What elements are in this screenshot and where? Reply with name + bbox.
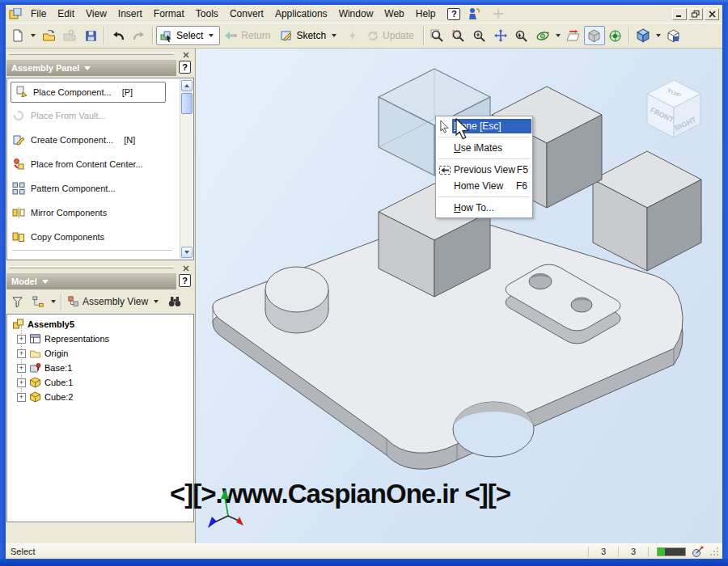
model-panel-help-button[interactable]: ? [179,274,191,287]
select-tool-button[interactable]: Select [156,26,220,45]
new-document-chevron-icon[interactable] [31,34,36,37]
menu-view[interactable]: View [80,6,112,21]
open-button[interactable] [38,26,59,45]
find-button[interactable] [164,292,185,311]
context-menu-use-imates[interactable]: Use iMates [437,140,531,156]
tree-item-cube1[interactable]: + Cube:1 [17,376,73,389]
context-menu-separator [438,158,530,159]
help-icon[interactable]: ? [447,8,460,20]
menu-web[interactable]: Web [379,6,409,21]
select-tool-chevron-icon[interactable] [209,34,214,37]
context-menu-previous-view[interactable]: Previous View F5 [437,162,531,178]
look-at-button[interactable] [563,26,584,45]
context-menu-previous-view-key: F5 [517,164,528,175]
tree-item-base1[interactable]: + Base:1 [17,361,72,374]
zoom-all-button[interactable] [427,26,448,45]
place-component-shortcut: [P] [122,87,133,97]
view-selector[interactable]: Assembly View [65,292,164,311]
assembly-root-icon [12,319,24,330]
context-menu-done[interactable]: Done [Esc] [437,118,531,134]
zoom-selected-button[interactable] [511,26,532,45]
menu-applications[interactable]: Applications [269,6,333,21]
expander-icon[interactable]: + [17,349,26,358]
assembly-panel-header[interactable]: Assembly Panel [6,60,176,76]
menu-edit[interactable]: Edit [52,6,80,21]
close-button[interactable] [705,8,719,20]
zoom-button[interactable] [469,26,490,45]
menu-convert[interactable]: Convert [224,6,269,21]
orbit-chevron-icon[interactable] [556,34,561,37]
application-window: File Edit View Insert Format Tools Conve… [0,0,728,566]
sketch-button[interactable]: Sketch [277,26,342,45]
view-cube-toggle-icon [587,29,601,43]
mirror-components-item[interactable]: Mirror Components [12,205,107,221]
menu-insert[interactable]: Insert [112,6,148,21]
wireframe-display-button[interactable] [663,26,684,45]
model-panel-header[interactable]: Model [6,273,176,289]
pan-button[interactable] [490,26,511,45]
copy-components-item[interactable]: Copy Components [12,229,104,245]
context-menu-home-view[interactable]: Home View F6 [437,178,531,194]
mirror-components-label: Mirror Components [31,208,107,218]
menu-file[interactable]: File [25,6,52,21]
navigation-wheel-button[interactable] [605,26,626,45]
tree-item-cube2[interactable]: + Cube:2 [17,391,73,403]
view-selector-chevron-icon[interactable] [154,300,159,303]
assembly-panel-help-button[interactable]: ? [179,61,191,74]
toolbar-separator [61,293,62,310]
viewport-3d[interactable]: TOP FRONT RIGHT Done [Esc] Use iMates [196,49,722,543]
orbit-button[interactable] [532,26,553,45]
create-component-item[interactable]: Create Component... [N] [12,132,135,148]
sketch-chevron-icon[interactable] [332,34,336,37]
tree-structure-icon [32,296,44,308]
expander-icon[interactable]: + [17,335,26,344]
shaded-display-button[interactable] [633,26,654,45]
scroll-up-button[interactable] [181,80,193,91]
expander-icon[interactable]: + [17,364,26,373]
restore-button[interactable] [688,8,703,20]
model-panel-close-icon[interactable] [180,263,192,274]
tree-item-assembly5[interactable]: Assembly5 [12,318,74,331]
pattern-component-icon [12,182,25,195]
pattern-component-item[interactable]: Pattern Component... [12,180,116,196]
place-from-vault-toolbar-icon [63,29,76,42]
menu-help[interactable]: Help [410,6,442,21]
context-menu-how-to-label: How To... [452,201,531,215]
context-menu-how-to[interactable]: How To... [437,200,531,216]
menu-window[interactable]: Window [333,6,379,21]
scroll-up-icon [184,84,189,87]
minimize-button[interactable] [672,8,687,20]
expander-icon[interactable]: + [17,378,26,387]
scroll-down-button[interactable] [181,247,193,258]
filter-button[interactable] [6,292,28,311]
assembly-panel-close-icon[interactable] [180,49,192,61]
assembly-panel-scrollbar[interactable] [180,79,193,259]
tree-structure-button[interactable] [28,292,49,311]
view-cube-toggle-button[interactable] [584,26,605,45]
zoom-window-button[interactable] [448,26,469,45]
cube-2[interactable] [593,151,701,271]
expander-icon[interactable]: + [17,393,26,402]
update-icon [366,29,379,42]
communication-center-icon[interactable] [691,546,705,558]
place-component-item[interactable]: Place Component... [P] [11,82,166,103]
view-cube[interactable]: TOP FRONT RIGHT [647,80,700,137]
save-button[interactable] [80,26,101,45]
model-panel-grip[interactable] [9,266,174,268]
place-from-content-center-item[interactable]: Place from Content Center... [12,156,143,172]
new-document-button[interactable] [7,26,28,45]
shaded-display-chevron-icon[interactable] [656,34,661,37]
menu-tools[interactable]: Tools [190,6,224,21]
tree-item-origin[interactable]: + Origin [17,347,68,360]
resize-grip[interactable] [709,547,719,556]
minimize-icon [675,11,684,18]
local-update-button [342,26,363,45]
assembly-panel-grip[interactable] [9,53,174,55]
tree-structure-chevron-icon[interactable] [51,300,56,303]
tree-item-representations[interactable]: + Representations [17,332,109,345]
scrollbar-thumb[interactable] [181,93,193,114]
cylinder-boss[interactable] [265,267,328,333]
menu-format[interactable]: Format [148,6,190,21]
tutorial-icon[interactable] [467,7,481,20]
undo-button[interactable] [108,26,129,45]
